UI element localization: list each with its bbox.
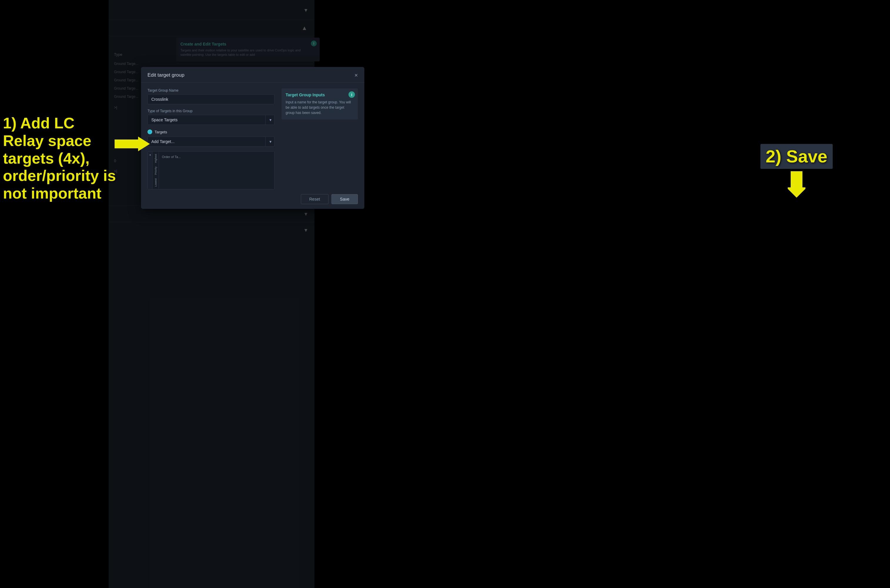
targets-form-group: 🌐 Targets Add Target... (147, 129, 275, 147)
modal-title: Edit target group (147, 72, 185, 78)
add-target-select[interactable]: Add Target... (147, 136, 275, 147)
arrow-down-icon (788, 171, 805, 198)
info-panel: i Target Group Inputs Input a name for t… (282, 88, 358, 120)
targets-section-label: 🌐 Targets (147, 129, 275, 134)
modal-overlay (0, 0, 890, 588)
priority-area: ◂ Highest Priority Lowest Order of Ta... (147, 151, 275, 189)
callout-2: 2) Save (761, 144, 833, 198)
globe-icon: 🌐 (147, 129, 152, 134)
callout-1: 1) Add LC Relay space targets (4x), orde… (3, 114, 117, 202)
modal-right-column: i Target Group Inputs Input a name for t… (282, 88, 358, 189)
type-form-group: Type of Targets in this Group Space Targ… (147, 109, 275, 125)
type-select[interactable]: Space Targets Ground Targets (147, 115, 275, 125)
group-name-input[interactable] (147, 94, 275, 104)
targets-label: Targets (155, 130, 167, 134)
priority-label: Priority (154, 166, 157, 175)
modal-left-column: Target Group Name Type of Targets in thi… (147, 88, 275, 189)
info-panel-desc: Input a name for the target group. You w… (285, 100, 354, 116)
modal-edit-target-group: Edit target group × Target Group Name Ty… (141, 67, 364, 209)
save-button[interactable]: Save (332, 194, 358, 204)
modal-close-button[interactable]: × (354, 72, 358, 78)
collapse-arrow: ◂ (149, 153, 151, 156)
type-label: Type of Targets in this Group (147, 109, 275, 113)
type-select-wrapper: Space Targets Ground Targets (147, 115, 275, 125)
group-name-label: Target Group Name (147, 88, 275, 93)
priority-collapse-button[interactable]: ◂ (148, 152, 153, 189)
priority-highest-label: Highest (154, 154, 157, 163)
modal-header: Edit target group × (141, 67, 364, 82)
priority-content: Order of Ta... (159, 152, 274, 189)
info-icon: i (348, 92, 355, 98)
callout-2-text: 2) Save (761, 144, 833, 169)
priority-labels: Highest Priority Lowest (153, 152, 159, 189)
callout-1-text: 1) Add LC Relay space targets (4x), orde… (3, 114, 117, 202)
order-of-targets-label: Order of Ta... (162, 155, 181, 159)
info-panel-title: Target Group Inputs (285, 93, 354, 97)
svg-marker-0 (115, 136, 150, 151)
add-target-wrapper: Add Target... (147, 136, 275, 147)
svg-marker-1 (788, 171, 805, 198)
modal-body: Target Group Name Type of Targets in thi… (141, 82, 364, 189)
group-name-form-group: Target Group Name (147, 88, 275, 104)
modal-footer: Reset Save (141, 189, 364, 209)
priority-lowest-label: Lowest (154, 178, 157, 187)
arrow-down-container (761, 171, 833, 198)
reset-button[interactable]: Reset (301, 194, 329, 204)
arrow-right-icon (115, 135, 150, 153)
